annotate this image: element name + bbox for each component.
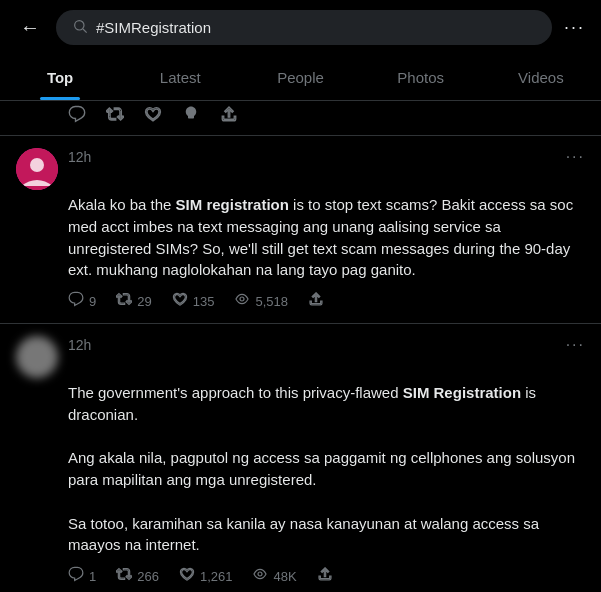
tweet-more-button[interactable]: ··· [566, 148, 585, 166]
reply-count: 9 [89, 294, 96, 309]
retweet-icon [116, 291, 132, 311]
tab-top[interactable]: Top [0, 55, 120, 100]
bold-text: SIM registration [176, 196, 289, 213]
search-query: #SIMRegistration [96, 19, 211, 36]
reply-count: 1 [89, 569, 96, 584]
tabs-bar: Top Latest People Photos Videos [0, 55, 601, 101]
share-action[interactable] [308, 291, 324, 311]
search-icon [72, 18, 88, 37]
views-count: 48K [273, 569, 296, 584]
tweet-header: 12h ··· [16, 336, 585, 378]
tab-people[interactable]: People [240, 55, 360, 100]
tweet-time: 12h [68, 149, 91, 165]
partial-views-icon [182, 105, 200, 127]
avatar [16, 148, 58, 190]
reply-icon [68, 291, 84, 311]
like-icon [172, 291, 188, 311]
tweet-card: 12h ··· The government's approach to thi… [0, 324, 601, 592]
retweet-icon [116, 566, 132, 586]
like-icon [179, 566, 195, 586]
tweet-actions: 1 266 1,261 48K [68, 566, 585, 586]
retweet-count: 266 [137, 569, 159, 584]
show-thread-link[interactable]: Show this thread [16, 586, 585, 592]
tweet-more-button[interactable]: ··· [566, 336, 585, 354]
views-action: 48K [252, 566, 296, 586]
more-options-button[interactable]: ··· [564, 17, 585, 38]
bold-text: SIM Registration [403, 384, 521, 401]
share-action[interactable] [317, 566, 333, 586]
tweet-actions: 9 29 135 5,518 [68, 291, 585, 311]
views-icon [252, 566, 268, 586]
svg-point-3 [30, 158, 44, 172]
share-icon [308, 291, 324, 311]
tweet-meta: 12h ··· [68, 336, 585, 354]
tweet-body: Akala ko ba the SIM registration is to s… [68, 194, 585, 281]
svg-point-0 [75, 21, 84, 30]
tweet-meta: 12h ··· [68, 148, 585, 166]
svg-point-5 [258, 572, 262, 576]
like-count: 1,261 [200, 569, 233, 584]
retweet-count: 29 [137, 294, 151, 309]
retweet-action[interactable]: 29 [116, 291, 151, 311]
avatar [16, 336, 58, 378]
share-icon [317, 566, 333, 586]
tab-latest[interactable]: Latest [120, 55, 240, 100]
svg-point-4 [240, 297, 244, 301]
partial-reply-icon[interactable] [68, 105, 86, 127]
back-button[interactable]: ← [16, 12, 44, 43]
header: ← #SIMRegistration ··· [0, 0, 601, 55]
reply-icon [68, 566, 84, 586]
tab-videos[interactable]: Videos [481, 55, 601, 100]
reply-action[interactable]: 1 [68, 566, 96, 586]
views-count: 5,518 [255, 294, 288, 309]
partial-retweet-icon[interactable] [106, 105, 124, 127]
partial-share-icon[interactable] [220, 105, 238, 127]
retweet-action[interactable]: 266 [116, 566, 159, 586]
svg-line-1 [83, 29, 87, 33]
tweet-time: 12h [68, 337, 91, 353]
like-count: 135 [193, 294, 215, 309]
reply-action[interactable]: 9 [68, 291, 96, 311]
views-icon [234, 291, 250, 311]
tweet-body: The government's approach to this privac… [68, 382, 585, 556]
tweet-card: 12h ··· Akala ko ba the SIM registration… [0, 136, 601, 324]
like-action[interactable]: 1,261 [179, 566, 233, 586]
partial-like-icon[interactable] [144, 105, 162, 127]
views-action: 5,518 [234, 291, 288, 311]
like-action[interactable]: 135 [172, 291, 215, 311]
tweet-header: 12h ··· [16, 148, 585, 190]
partial-tweet-actions [0, 101, 601, 136]
search-bar[interactable]: #SIMRegistration [56, 10, 552, 45]
tab-photos[interactable]: Photos [361, 55, 481, 100]
